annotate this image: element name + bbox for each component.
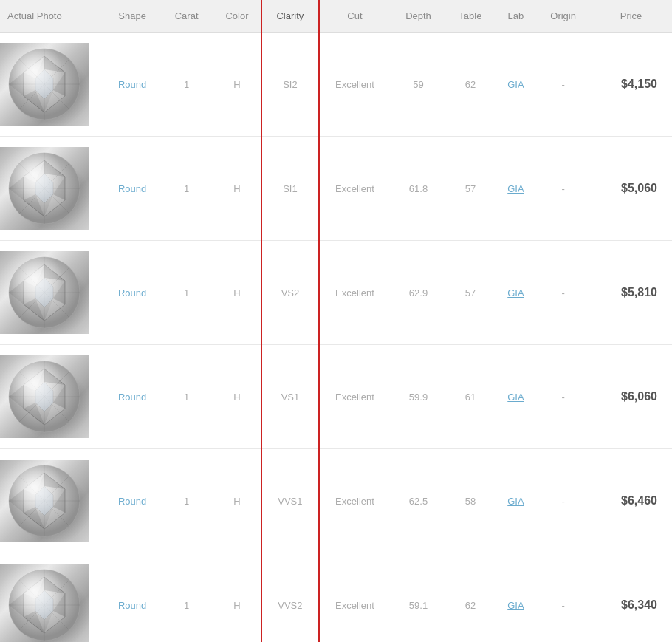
diamond-table-container: Actual Photo Shape Carat Color Clarity C…: [0, 0, 672, 642]
origin-cell: -: [536, 137, 590, 241]
header-clarity[interactable]: Clarity: [262, 0, 318, 33]
header-actual-photo: Actual Photo: [0, 0, 103, 33]
color-cell: H: [212, 449, 262, 553]
carat-cell: 1: [161, 449, 212, 553]
table-header-row: Actual Photo Shape Carat Color Clarity C…: [0, 0, 672, 33]
header-shape: Shape: [103, 0, 161, 33]
table-value-cell: 58: [445, 449, 496, 553]
price-cell: $6,060: [590, 345, 672, 449]
cut-cell: Excellent: [318, 137, 391, 241]
cut-cell: Excellent: [318, 345, 391, 449]
cut-cell: Excellent: [318, 449, 391, 553]
cut-cell: Excellent: [318, 33, 391, 137]
depth-cell: 62.9: [391, 241, 445, 345]
table-value-cell: 62: [445, 553, 496, 643]
lab-cell[interactable]: GIA: [496, 137, 536, 241]
depth-cell: 59.9: [391, 345, 445, 449]
shape-cell: Round: [103, 137, 161, 241]
table-row: Round1HSI1Excellent61.857GIA-$5,060: [0, 137, 672, 241]
table-value-cell: 62: [445, 33, 496, 137]
table-value-cell: 57: [445, 241, 496, 345]
price-cell: $4,150: [590, 33, 672, 137]
depth-cell: 61.8: [391, 137, 445, 241]
lab-cell[interactable]: GIA: [496, 33, 536, 137]
diamond-image[interactable]: [0, 355, 89, 438]
photo-cell[interactable]: [0, 241, 103, 345]
clarity-cell: VS1: [262, 345, 318, 449]
price-cell: $6,460: [590, 449, 672, 553]
cut-cell: Excellent: [318, 553, 391, 643]
photo-cell[interactable]: [0, 449, 103, 553]
origin-cell: -: [536, 553, 590, 643]
origin-cell: -: [536, 449, 590, 553]
header-origin: Origin: [536, 0, 590, 33]
shape-cell: Round: [103, 345, 161, 449]
header-cut: Cut: [318, 0, 391, 33]
cut-cell: Excellent: [318, 241, 391, 345]
carat-cell: 1: [161, 553, 212, 643]
clarity-cell: VVS1: [262, 449, 318, 553]
header-color: Color: [212, 0, 262, 33]
diamond-image[interactable]: [0, 251, 89, 334]
table-row: Round1HSI2Excellent5962GIA-$4,150: [0, 33, 672, 137]
price-cell: $6,340: [590, 553, 672, 643]
table-row: Round1HVS2Excellent62.957GIA-$5,810: [0, 241, 672, 345]
clarity-cell: VVS2: [262, 553, 318, 643]
diamond-comparison-table: Actual Photo Shape Carat Color Clarity C…: [0, 0, 672, 642]
table-value-cell: 61: [445, 345, 496, 449]
origin-cell: -: [536, 241, 590, 345]
table-value-cell: 57: [445, 137, 496, 241]
shape-cell: Round: [103, 241, 161, 345]
depth-cell: 59.1: [391, 553, 445, 643]
photo-cell[interactable]: [0, 137, 103, 241]
table-row: Round1HVS1Excellent59.961GIA-$6,060: [0, 345, 672, 449]
photo-cell[interactable]: [0, 33, 103, 137]
header-lab: Lab: [496, 0, 536, 33]
clarity-cell: SI2: [262, 33, 318, 137]
table-row: Round1HVVS1Excellent62.558GIA-$6,460: [0, 449, 672, 553]
lab-cell[interactable]: GIA: [496, 241, 536, 345]
lab-cell[interactable]: GIA: [496, 553, 536, 643]
carat-cell: 1: [161, 137, 212, 241]
color-cell: H: [212, 33, 262, 137]
lab-cell[interactable]: GIA: [496, 345, 536, 449]
clarity-cell: SI1: [262, 137, 318, 241]
photo-cell[interactable]: [0, 345, 103, 449]
shape-cell: Round: [103, 449, 161, 553]
carat-cell: 1: [161, 345, 212, 449]
depth-cell: 62.5: [391, 449, 445, 553]
shape-cell: Round: [103, 553, 161, 643]
table-body: Round1HSI2Excellent5962GIA-$4,150: [0, 33, 672, 643]
diamond-image[interactable]: [0, 147, 89, 230]
color-cell: H: [212, 345, 262, 449]
diamond-image[interactable]: [0, 460, 89, 542]
origin-cell: -: [536, 345, 590, 449]
lab-cell[interactable]: GIA: [496, 449, 536, 553]
header-carat: Carat: [161, 0, 212, 33]
carat-cell: 1: [161, 241, 212, 345]
carat-cell: 1: [161, 33, 212, 137]
shape-cell: Round: [103, 33, 161, 137]
clarity-cell: VS2: [262, 241, 318, 345]
depth-cell: 59: [391, 33, 445, 137]
header-table: Table: [445, 0, 496, 33]
header-depth: Depth: [391, 0, 445, 33]
color-cell: H: [212, 553, 262, 643]
color-cell: H: [212, 137, 262, 241]
diamond-image[interactable]: [0, 43, 89, 126]
table-row: Round1HVVS2Excellent59.162GIA-$6,340: [0, 553, 672, 643]
price-cell: $5,060: [590, 137, 672, 241]
price-cell: $5,810: [590, 241, 672, 345]
photo-cell[interactable]: [0, 553, 103, 643]
diamond-image[interactable]: [0, 564, 89, 642]
color-cell: H: [212, 241, 262, 345]
header-price: Price: [590, 0, 672, 33]
origin-cell: -: [536, 33, 590, 137]
